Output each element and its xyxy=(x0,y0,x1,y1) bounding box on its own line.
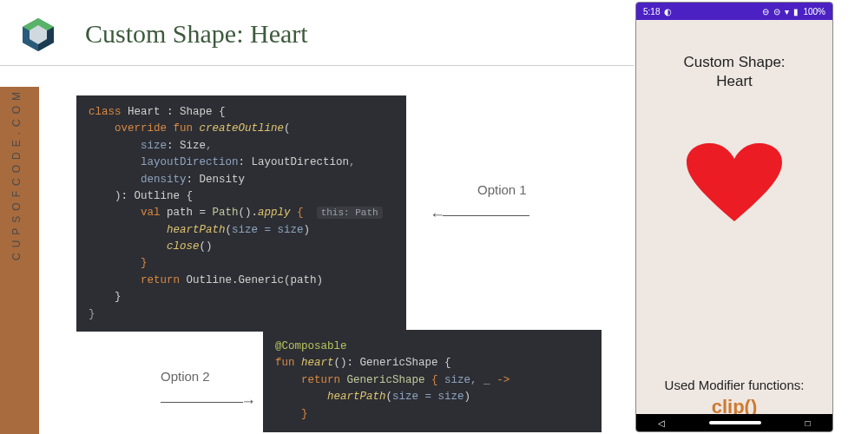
phone-screen-title: Custom Shape: Heart xyxy=(636,53,832,91)
title-divider xyxy=(0,65,634,66)
status-battery-pct: 100% xyxy=(803,7,825,16)
status-time: 5:18 xyxy=(643,7,660,16)
nav-back-icon[interactable]: ◁ xyxy=(658,418,665,428)
status-settings-icon: ⊝ xyxy=(773,7,780,16)
phone-screen: Custom Shape: Heart Used Modifier functi… xyxy=(636,53,832,432)
heart-icon xyxy=(687,143,782,226)
status-signal-icon: ▾ xyxy=(785,7,789,16)
status-app-icon: ◐ xyxy=(664,7,672,16)
option-1-label: Option 1 xyxy=(477,182,527,197)
phone-footer: Used Modifier functions: clip() xyxy=(636,378,832,418)
page-title: Custom Shape: Heart xyxy=(85,19,308,49)
phone-preview: 5:18 ◐ ⊖ ⊝ ▾ ▮ 100% Custom Shape: Heart … xyxy=(635,2,833,432)
status-dnd-icon: ⊖ xyxy=(762,7,769,16)
jetpack-compose-logo-icon xyxy=(19,16,57,54)
phone-navbar: ◁ □ xyxy=(636,414,832,431)
option-2-label: Option 2 xyxy=(161,369,210,384)
code-snippet-option-2: @Composable fun heart(): GenericShape { … xyxy=(263,330,602,432)
nav-home-icon[interactable] xyxy=(709,421,761,424)
arrow-left-icon xyxy=(430,204,529,224)
site-name: CUPSOFCODE.COM xyxy=(10,87,23,260)
phone-statusbar: 5:18 ◐ ⊖ ⊝ ▾ ▮ 100% xyxy=(636,3,832,20)
arrow-right-icon xyxy=(161,391,256,411)
status-battery-icon: ▮ xyxy=(793,7,799,16)
code-snippet-option-1: class Heart : Shape { override fun creat… xyxy=(76,95,406,332)
nav-recent-icon[interactable]: □ xyxy=(806,418,811,428)
